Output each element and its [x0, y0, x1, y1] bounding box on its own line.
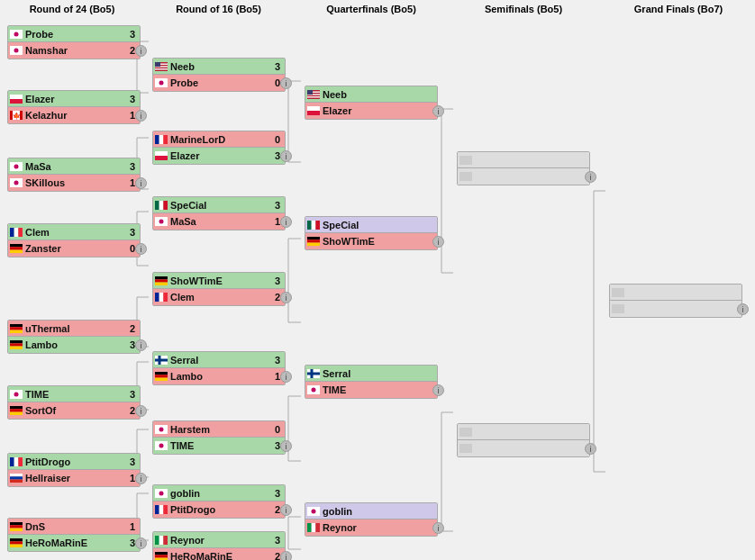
player-score: 3	[272, 488, 283, 499]
info-button[interactable]: i	[280, 292, 292, 303]
player-flag	[307, 237, 320, 246]
svg-rect-63	[10, 327, 23, 330]
match-pair: Neeb3iProbe0	[152, 58, 286, 92]
player-row: goblin	[305, 503, 437, 519]
player-row: Reynor	[305, 519, 437, 536]
player-flag	[10, 406, 23, 415]
match-pair: NeebiElazer	[305, 86, 438, 120]
player-row: Namshar2	[8, 42, 140, 59]
match-pair: i	[609, 284, 742, 318]
svg-rect-66	[10, 343, 23, 346]
svg-rect-152	[459, 156, 472, 165]
player-flag	[10, 324, 23, 333]
player-name: SpeCial	[323, 220, 424, 230]
player-flag: 🍁	[10, 111, 23, 120]
player-name: Reynor	[323, 522, 424, 533]
info-button[interactable]: i	[135, 405, 147, 417]
svg-rect-60	[10, 247, 23, 249]
player-row: uThermal2	[8, 321, 140, 337]
player-row: MaSa3	[8, 158, 140, 175]
player-flag	[10, 244, 23, 253]
player-row: SpeCial3	[153, 197, 285, 213]
info-button[interactable]: i	[135, 473, 147, 484]
info-button[interactable]: i	[585, 443, 596, 455]
svg-rect-141	[307, 243, 320, 246]
player-flag	[155, 151, 168, 160]
player-row: PtitDrogo3	[8, 454, 140, 470]
info-button[interactable]: i	[432, 236, 444, 248]
info-button[interactable]: i	[280, 551, 292, 560]
info-button[interactable]: i	[280, 150, 292, 162]
player-name: MarineLorD	[170, 134, 272, 145]
player-row: TIME	[305, 382, 437, 398]
player-score: 3	[272, 61, 283, 72]
player-flag	[307, 221, 320, 230]
player-flag	[10, 178, 23, 187]
player-flag	[459, 156, 472, 165]
player-row: MaSa1	[153, 213, 285, 230]
svg-rect-134	[307, 106, 320, 111]
info-button[interactable]: i	[135, 45, 147, 57]
match-pair: Probe3iNamshar2	[7, 25, 141, 59]
info-button[interactable]: i	[432, 105, 444, 117]
player-flag	[459, 428, 472, 437]
info-button[interactable]: i	[432, 522, 444, 534]
svg-point-117	[159, 444, 164, 448]
info-button[interactable]: i	[280, 77, 292, 89]
player-row: SKillous1	[8, 175, 140, 191]
info-button[interactable]: i	[280, 371, 292, 383]
svg-rect-92	[155, 135, 159, 144]
player-row: ShoWTimE	[305, 233, 437, 249]
player-flag	[155, 135, 168, 144]
info-button[interactable]: i	[280, 440, 292, 452]
player-name: TIME	[170, 440, 272, 451]
player-name: goblin	[170, 488, 272, 499]
player-row: Zanster0	[8, 240, 140, 257]
svg-rect-149	[307, 523, 312, 532]
player-row: HeRoMaRinE3	[8, 535, 140, 551]
player-flag	[10, 46, 23, 55]
player-row: Lambo3	[8, 337, 140, 353]
match-pair: MaSa3iSKillous1	[7, 158, 141, 192]
svg-rect-67	[10, 347, 23, 349]
svg-rect-97	[155, 201, 159, 210]
info-button[interactable]: i	[280, 504, 292, 516]
svg-rect-77	[10, 476, 23, 479]
svg-rect-95	[155, 151, 168, 156]
info-button[interactable]: i	[135, 243, 147, 255]
player-score: 3	[272, 535, 283, 546]
svg-rect-47	[10, 99, 23, 104]
info-button[interactable]: i	[135, 339, 147, 351]
info-button[interactable]: i	[585, 171, 596, 183]
info-button[interactable]: i	[135, 177, 147, 189]
player-score: 3	[127, 389, 138, 400]
player-row: Elazer3	[8, 91, 140, 107]
match-pair: i	[457, 151, 590, 185]
info-button[interactable]: i	[280, 216, 292, 228]
player-flag	[307, 369, 320, 378]
player-flag	[155, 536, 168, 545]
player-flag	[155, 505, 168, 514]
player-row: goblin3	[153, 485, 285, 501]
player-name: Namshar	[25, 45, 127, 56]
player-row: Harstem0	[153, 421, 285, 438]
svg-rect-104	[155, 282, 168, 285]
info-button[interactable]: i	[135, 110, 147, 122]
svg-rect-70	[10, 406, 23, 409]
player-row: SpeCial	[305, 217, 437, 233]
round4-header: Semifinals (Bo5)	[453, 4, 594, 14]
info-button[interactable]: i	[135, 537, 147, 549]
svg-rect-111	[155, 372, 168, 375]
svg-rect-151	[315, 523, 320, 532]
svg-point-69	[14, 392, 19, 396]
svg-rect-79	[10, 522, 23, 525]
svg-rect-124	[159, 536, 164, 545]
player-row: PtitDrogo2	[153, 501, 285, 518]
player-score: 0	[272, 424, 283, 435]
player-row: MarineLorD0	[153, 131, 285, 148]
info-button[interactable]: i	[432, 384, 444, 396]
info-button[interactable]: i	[737, 303, 749, 315]
svg-rect-153	[459, 172, 472, 181]
player-name: Clem	[170, 292, 272, 303]
svg-point-43	[14, 32, 19, 36]
